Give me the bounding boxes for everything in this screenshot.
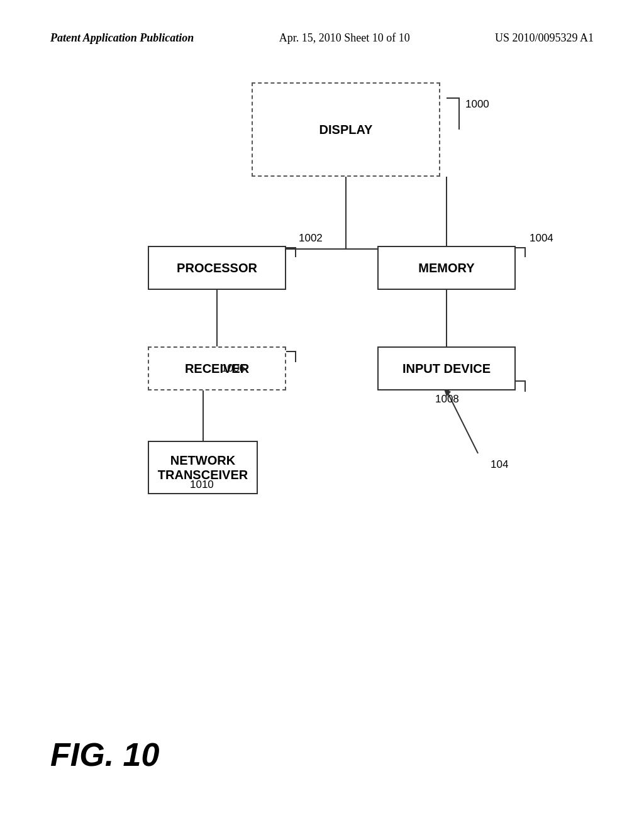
memory-label: MEMORY (418, 261, 474, 275)
processor-label: PROCESSOR (177, 261, 257, 275)
ref-1010: 1010 (190, 479, 214, 491)
page: Patent Application Publication Apr. 15, … (0, 0, 644, 830)
header-publication-label: Patent Application Publication (50, 31, 194, 45)
ref-1008: 1008 (435, 393, 459, 406)
diagram-area: DISPLAY 1000 PROCESSOR 1002 MEMORY 1004 … (50, 64, 594, 629)
ref-104: 104 (491, 458, 508, 471)
display-label: DISPLAY (319, 123, 373, 137)
header-patent-number: US 2010/0095329 A1 (495, 31, 594, 45)
input-device-label: INPUT DEVICE (402, 362, 491, 376)
ref-1004: 1004 (530, 232, 553, 245)
input-device-box: INPUT DEVICE (377, 346, 516, 390)
ref-1006: 1006 (221, 362, 245, 375)
ref-1002: 1002 (299, 232, 323, 245)
receiver-box: RECEIVER (148, 346, 286, 390)
network-transceiver-label: NETWORK TRANSCEIVER (158, 453, 248, 482)
memory-box: MEMORY (377, 246, 516, 290)
header-date-sheet: Apr. 15, 2010 Sheet 10 of 10 (279, 31, 410, 45)
display-box: DISPLAY (252, 82, 440, 177)
header: Patent Application Publication Apr. 15, … (50, 31, 594, 45)
ref-1000: 1000 (465, 98, 489, 111)
processor-box: PROCESSOR (148, 246, 286, 290)
figure-caption: FIG. 10 (50, 736, 159, 773)
